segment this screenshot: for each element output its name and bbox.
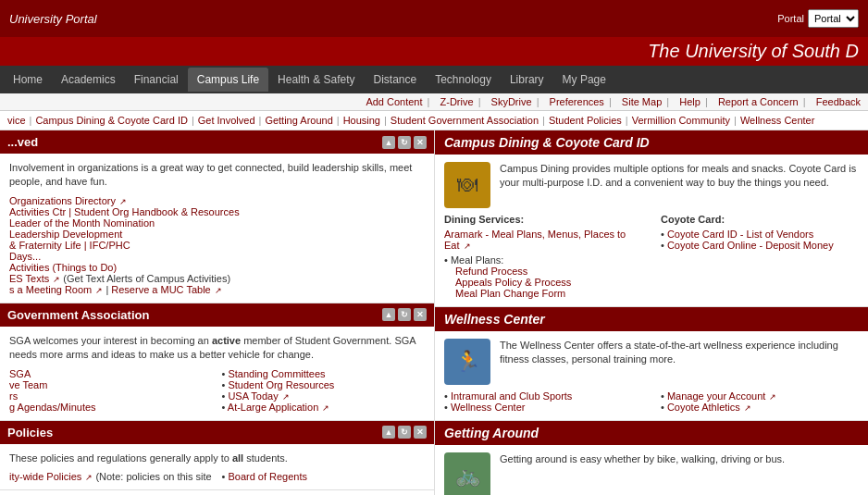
ctrl-close-sga[interactable]: ✕ bbox=[414, 308, 427, 321]
policies-controls: ▲ ↻ ✕ bbox=[382, 426, 427, 439]
dining-services-col: Dining Services: Aramark - Meal Plans, M… bbox=[444, 214, 642, 299]
getting-around-section: Getting Around Getting around is easy wh… bbox=[435, 421, 868, 495]
breadcrumb-get-involved[interactable]: Get Involved bbox=[198, 115, 255, 126]
link-sga[interactable]: SGA bbox=[9, 368, 31, 379]
ctrl-close[interactable]: ✕ bbox=[414, 136, 427, 149]
breadcrumb-housing[interactable]: Housing bbox=[343, 115, 380, 126]
link-coyote-id[interactable]: Coyote Card ID - List of Vendors bbox=[667, 229, 813, 240]
nav-tab-health[interactable]: Health & Safety bbox=[268, 68, 364, 92]
link-leadership-dev[interactable]: Leadership Development bbox=[9, 229, 122, 240]
util-help[interactable]: Help bbox=[679, 96, 701, 107]
link-rs[interactable]: rs bbox=[9, 390, 18, 402]
ctrl-up[interactable]: ▲ bbox=[382, 136, 395, 149]
link-aramark[interactable]: Aramark - Meal Plans, Menus, Places to E… bbox=[444, 229, 626, 251]
link-leader-month[interactable]: Leader of the Month Nomination bbox=[9, 217, 155, 229]
nav-tab-mypage[interactable]: My Page bbox=[553, 68, 615, 92]
policies-body: These policies and regulations generally… bbox=[0, 444, 434, 489]
link-wellness-center[interactable]: Wellness Center bbox=[451, 402, 526, 413]
link-ve-team[interactable]: ve Team bbox=[9, 379, 47, 390]
sga-col2: • Standing Committees • Student Org Reso… bbox=[222, 368, 426, 413]
util-report[interactable]: Report a Concern bbox=[718, 96, 799, 107]
dining-body: Campus Dining provides multiple options … bbox=[435, 155, 868, 306]
ext-icon-4: ↗ bbox=[215, 286, 222, 295]
link-at-large[interactable]: At-Large Application bbox=[228, 402, 318, 413]
ctrl-refresh-sga[interactable]: ↻ bbox=[398, 308, 411, 321]
nav-tab-financial[interactable]: Financial bbox=[125, 68, 188, 92]
nav-tab-campus-life[interactable]: Campus Life bbox=[188, 68, 268, 92]
dining-title: Campus Dining & Coyote Card ID bbox=[444, 135, 650, 150]
link-texts[interactable]: ES Texts bbox=[9, 273, 49, 284]
sga-section: Government Association ▲ ↻ ✕ SGA welcome… bbox=[0, 303, 434, 421]
portal-select[interactable]: Portal bbox=[808, 9, 859, 28]
breadcrumb-dining[interactable]: Campus Dining & Coyote Card ID bbox=[35, 115, 187, 126]
nav-tab-distance[interactable]: Distance bbox=[365, 68, 427, 92]
ext-icon-athletics: ↗ bbox=[744, 403, 751, 413]
link-standing-committees[interactable]: Standing Committees bbox=[228, 368, 325, 379]
util-skydrive[interactable]: SkyDrive bbox=[491, 96, 532, 107]
meal-plans-label: • Meal Plans: bbox=[444, 254, 642, 266]
breadcrumb-vice[interactable]: vice bbox=[7, 115, 26, 126]
wellness-content: The Wellness Center offers a state-of-th… bbox=[500, 339, 859, 373]
ctrl-close-pol[interactable]: ✕ bbox=[414, 426, 427, 439]
ctrl-refresh-pol[interactable]: ↻ bbox=[398, 426, 411, 439]
link-agendas[interactable]: g Agendas/Minutes bbox=[9, 402, 96, 413]
link-days[interactable]: Days... bbox=[9, 251, 41, 262]
breadcrumb-policies[interactable]: Student Policies bbox=[549, 115, 622, 126]
link-coyote-athletics[interactable]: Coyote Athletics bbox=[667, 402, 740, 413]
breadcrumb-getting-around[interactable]: Getting Around bbox=[265, 115, 332, 126]
link-activities[interactable]: Activities (Things to Do) bbox=[9, 262, 117, 273]
nav-tab-technology[interactable]: Technology bbox=[426, 68, 501, 92]
link-refund[interactable]: Refund Process bbox=[455, 266, 527, 277]
person-running-icon bbox=[455, 350, 480, 374]
breadcrumb-wellness[interactable]: Wellness Center bbox=[740, 115, 815, 126]
link-student-org-resources[interactable]: Student Org Resources bbox=[228, 379, 334, 390]
breadcrumb: vice | Campus Dining & Coyote Card ID | … bbox=[0, 111, 868, 130]
util-feedback[interactable]: Feedback bbox=[816, 96, 861, 107]
wellness-intro: The Wellness Center offers a state-of-th… bbox=[500, 339, 859, 367]
dining-section: Campus Dining & Coyote Card ID Campus Di… bbox=[435, 130, 868, 307]
get-involved-links: Organizations Directory ↗ Activities Ctr… bbox=[9, 195, 425, 295]
ctrl-refresh[interactable]: ↻ bbox=[398, 136, 411, 149]
dining-icon-box: Campus Dining provides multiple options … bbox=[444, 162, 859, 208]
util-zdrive[interactable]: Z-Drive bbox=[440, 96, 474, 107]
portal-label: University Portal bbox=[9, 12, 97, 26]
nav-tab-academics[interactable]: Academics bbox=[52, 68, 125, 92]
link-appeals[interactable]: Appeals Policy & Process bbox=[455, 277, 571, 288]
wellness-icon bbox=[444, 339, 490, 385]
nav-tab-library[interactable]: Library bbox=[501, 68, 553, 92]
sga-title: Government Association bbox=[7, 308, 149, 322]
breadcrumb-vermillion[interactable]: Vermillion Community bbox=[632, 115, 730, 126]
wellness-header: Wellness Center bbox=[435, 307, 868, 331]
wellness-title: Wellness Center bbox=[444, 312, 545, 327]
util-preferences[interactable]: Preferences bbox=[550, 96, 604, 107]
ctrl-up-pol[interactable]: ▲ bbox=[382, 426, 395, 439]
policies-intro: These policies and regulations generally… bbox=[9, 452, 425, 465]
policies-title: Policies bbox=[7, 426, 53, 439]
link-fraternity[interactable]: & Fraternity Life | IFC/PHC bbox=[9, 240, 130, 251]
breadcrumb-sga[interactable]: Student Government Association bbox=[391, 115, 539, 126]
util-sitemap[interactable]: Site Map bbox=[622, 96, 662, 107]
link-manage-account[interactable]: Manage your Account bbox=[667, 390, 765, 402]
ext-icon: ↗ bbox=[119, 197, 127, 206]
link-coyote-deposit[interactable]: Coyote Card Online - Deposit Money bbox=[667, 240, 834, 251]
get-involved-section: ...ved ▲ ↻ ✕ Involvement in organization… bbox=[0, 130, 434, 303]
fork-knife-icon bbox=[457, 173, 477, 197]
link-activities-ctr[interactable]: Activities Ctr | Student Org Handbook & … bbox=[9, 206, 240, 217]
util-add-content[interactable]: Add Content bbox=[366, 96, 422, 107]
link-intramural[interactable]: Intramural and Club Sports bbox=[451, 390, 572, 402]
link-org-directory[interactable]: Organizations Directory bbox=[9, 195, 116, 206]
ext-icon-2: ↗ bbox=[53, 275, 60, 284]
link-meal-plan-form[interactable]: Meal Plan Change Form bbox=[455, 288, 565, 299]
ext-icon-at-large: ↗ bbox=[322, 403, 329, 413]
nav-tab-home[interactable]: Home bbox=[4, 68, 52, 92]
left-column: ...ved ▲ ↻ ✕ Involvement in organization… bbox=[0, 130, 435, 495]
sga-col1: SGA ve Team rs g Agendas/Minutes bbox=[9, 368, 213, 413]
ctrl-up-sga[interactable]: ▲ bbox=[382, 308, 395, 321]
link-muc-table[interactable]: Reserve a MUC Table bbox=[111, 284, 210, 295]
link-univ-policies[interactable]: ity-wide Policies bbox=[9, 471, 81, 482]
link-usa-today[interactable]: USA Today bbox=[228, 390, 278, 402]
policies-col1: ity-wide Policies ↗ (Note: policies on t… bbox=[9, 471, 213, 482]
link-board-regents[interactable]: Board of Regents bbox=[228, 471, 307, 482]
getting-around-content: Getting around is easy whether by bike, … bbox=[500, 452, 859, 472]
link-meeting-room[interactable]: s a Meeting Room bbox=[9, 284, 92, 295]
